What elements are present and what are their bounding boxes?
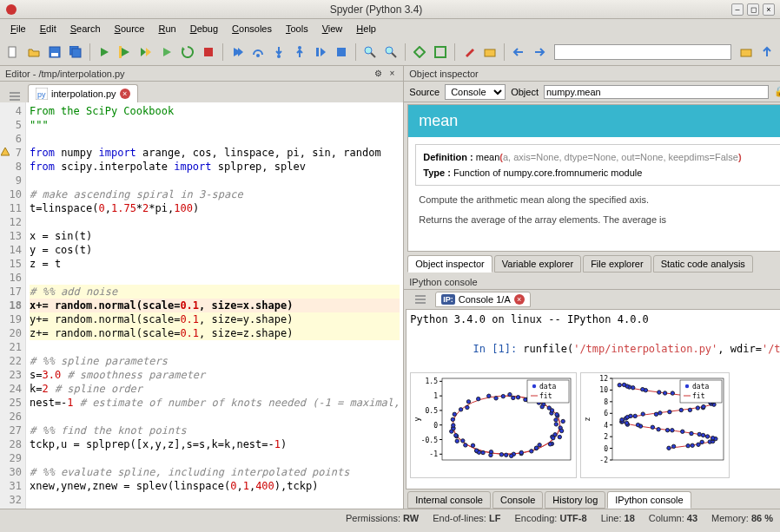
close-icon[interactable]: × xyxy=(514,294,525,305)
svg-point-145 xyxy=(637,423,640,426)
back-icon[interactable] xyxy=(509,43,528,62)
ipython-output[interactable]: Python 3.4.0 on linux -- IPython 4.0.0 I… xyxy=(406,309,780,489)
tab-console[interactable]: Console xyxy=(492,491,543,509)
menu-debug[interactable]: Debug xyxy=(183,22,225,36)
debug-stop-icon[interactable] xyxy=(332,43,351,62)
svg-rect-20 xyxy=(10,95,20,97)
menu-search[interactable]: Search xyxy=(63,22,108,36)
svg-point-93 xyxy=(489,453,492,456)
menu-help[interactable]: Help xyxy=(349,22,383,36)
pane-close-icon[interactable]: × xyxy=(386,68,398,80)
step-over-icon[interactable] xyxy=(248,43,268,62)
maximize-pane-icon[interactable] xyxy=(410,43,429,62)
run-cell-icon[interactable] xyxy=(116,43,135,62)
svg-point-10 xyxy=(277,55,281,58)
inspector-pane-title: Object inspector xyxy=(409,69,778,79)
ipython-banner: Python 3.4.0 on linux -- IPython 4.0.0 xyxy=(410,313,780,325)
svg-text:0: 0 xyxy=(604,445,608,453)
svg-point-58 xyxy=(505,453,508,456)
status-encoding: Encoding: UTF-8 xyxy=(514,513,586,523)
tab-internal-console[interactable]: Internal console xyxy=(407,491,491,509)
run-icon[interactable] xyxy=(95,43,114,62)
preferences-icon[interactable] xyxy=(459,43,479,62)
window-close-icon[interactable]: × xyxy=(763,3,775,16)
status-permissions: Permissions: RW xyxy=(346,513,419,523)
source-select[interactable]: Console xyxy=(445,84,506,100)
svg-text:0: 0 xyxy=(433,422,438,430)
code-editor[interactable]: 456 789101112131415161718192021222324252… xyxy=(0,102,403,509)
step-into-icon[interactable] xyxy=(269,43,288,62)
menu-view[interactable]: View xyxy=(315,22,350,36)
status-memory: Memory: 86 % xyxy=(711,513,773,523)
object-input[interactable] xyxy=(544,85,769,99)
svg-text:data: data xyxy=(692,383,709,391)
tab-ipython-console[interactable]: IPython console xyxy=(607,491,691,509)
close-icon[interactable]: × xyxy=(120,89,130,99)
svg-point-70 xyxy=(466,405,469,409)
menu-bar: FileEditSearchSourceRunDebugConsolesTool… xyxy=(0,19,780,38)
zoom-in-icon[interactable] xyxy=(381,43,400,62)
window-titlebar: Spyder (Python 3.4) – ◻ × xyxy=(0,0,780,19)
stop-icon[interactable] xyxy=(199,43,218,62)
tab-static-code-analysis[interactable]: Static code analysis xyxy=(653,255,753,273)
menu-run[interactable]: Run xyxy=(151,22,182,36)
svg-text:data: data xyxy=(539,383,556,391)
debug-icon[interactable] xyxy=(228,43,247,62)
menu-source[interactable]: Source xyxy=(108,22,152,36)
svg-point-140 xyxy=(671,429,674,432)
spyder-app-icon xyxy=(5,3,17,16)
lock-icon[interactable]: 🔒 xyxy=(774,86,781,97)
working-directory-input[interactable] xyxy=(554,44,731,60)
save-icon[interactable] xyxy=(45,43,64,62)
tab-variable-explorer[interactable]: Variable explorer xyxy=(494,255,581,273)
file-list-icon[interactable] xyxy=(3,90,26,102)
svg-point-81 xyxy=(555,412,559,416)
up-dir-icon[interactable] xyxy=(757,43,777,62)
svg-point-91 xyxy=(510,454,513,457)
ipython-pane-header: IPython console ⚙ × xyxy=(404,274,780,290)
tab-history-log[interactable]: History log xyxy=(545,491,605,509)
svg-point-179 xyxy=(631,386,635,390)
new-file-icon[interactable] xyxy=(3,43,23,62)
menu-consoles[interactable]: Consoles xyxy=(225,22,279,36)
tab-file-explorer[interactable]: File explorer xyxy=(583,255,651,273)
svg-text:12: 12 xyxy=(600,375,609,383)
step-out-icon[interactable] xyxy=(290,43,309,62)
tab-object-inspector[interactable]: Object inspector xyxy=(407,255,492,273)
svg-point-134 xyxy=(711,437,715,440)
zoom-out-icon[interactable] xyxy=(360,43,380,62)
code-area[interactable]: From the SciPy Cookbook"""from numpy imp… xyxy=(26,102,403,509)
forward-icon[interactable] xyxy=(530,43,549,62)
editor-tab-interpolation[interactable]: py interpolation.py × xyxy=(28,84,138,102)
svg-point-139 xyxy=(681,430,684,433)
browse-dir-icon[interactable] xyxy=(737,43,756,62)
svg-point-98 xyxy=(454,433,458,437)
console-list-icon[interactable] xyxy=(409,293,432,305)
menu-file[interactable]: File xyxy=(3,22,33,36)
open-file-icon[interactable] xyxy=(24,43,43,62)
editor-tab-label: interpolation.py xyxy=(51,89,116,99)
menu-edit[interactable]: Edit xyxy=(33,22,63,36)
svg-point-15 xyxy=(386,47,393,54)
menu-tools[interactable]: Tools xyxy=(279,22,315,36)
svg-point-74 xyxy=(494,397,498,400)
continue-icon[interactable] xyxy=(311,43,330,62)
pane-options-icon[interactable]: ⚙ xyxy=(372,68,384,80)
svg-point-88 xyxy=(535,446,539,450)
save-all-icon[interactable] xyxy=(66,43,85,62)
run-again-icon[interactable] xyxy=(178,43,197,62)
ipython-tab-console1[interactable]: IP: Console 1/A × xyxy=(435,292,530,307)
svg-point-158 xyxy=(668,410,671,413)
svg-point-69 xyxy=(459,408,463,411)
fullscreen-icon[interactable] xyxy=(431,43,450,62)
pythonpath-icon[interactable] xyxy=(480,43,499,62)
run-selection-icon[interactable] xyxy=(157,43,176,62)
run-cell-advance-icon[interactable] xyxy=(136,43,155,62)
svg-point-92 xyxy=(499,453,503,456)
inspector-pane-header: Object inspector ⚙ × xyxy=(404,66,780,82)
window-maximize-icon[interactable]: ◻ xyxy=(747,3,759,16)
inspector-description: Compute the arithmetic mean along the sp… xyxy=(408,193,780,227)
svg-point-176 xyxy=(658,391,661,394)
inspector-source-row: Source Console Object 🔒 ⚙ xyxy=(404,82,780,102)
window-minimize-icon[interactable]: – xyxy=(731,3,744,16)
